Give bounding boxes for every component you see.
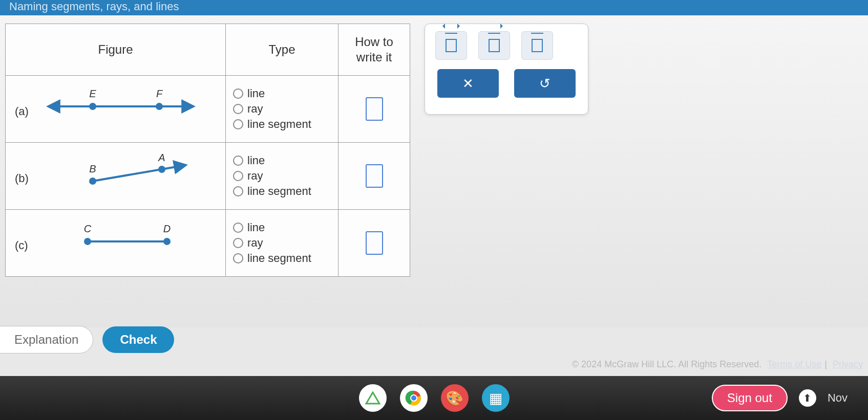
svg-point-18 [411,395,417,401]
notation-input-a[interactable] [366,97,383,121]
radio-segment-b[interactable]: line segment [233,185,331,198]
svg-marker-15 [366,392,379,404]
svg-text:C: C [83,223,91,234]
line-icon: E F [31,76,200,132]
radio-line-a[interactable]: line [233,87,331,100]
svg-text:A: A [158,152,165,163]
svg-text:E: E [89,88,96,99]
table-row: (c) C D line ray line segment [6,210,410,277]
row-label-c: (c) [15,239,28,252]
taskbar: 🎨 ▦ Sign out ⬆ Nov [0,376,868,420]
radio-line-c[interactable]: line [233,221,331,234]
header-write: How to write it [338,24,410,76]
radio-ray-a[interactable]: ray [233,102,331,116]
svg-point-7 [158,166,165,173]
radio-segment-a[interactable]: line segment [233,118,331,131]
row-label-a: (a) [15,105,29,118]
svg-point-6 [89,178,96,185]
clock-text: Nov [828,391,848,405]
header-figure: Figure [6,24,226,76]
notation-segment-button[interactable] [521,31,553,60]
paint-icon[interactable]: 🎨 [441,384,469,412]
segment-icon: C D [31,210,200,266]
undo-icon: ↺ [539,76,551,92]
notation-input-c[interactable] [366,231,383,255]
privacy-link[interactable]: Privacy [833,359,863,369]
radio-ray-c[interactable]: ray [233,236,331,250]
svg-text:B: B [89,163,96,174]
check-button[interactable]: Check [102,326,174,353]
close-icon: ✕ [462,76,474,92]
notation-ray-button[interactable] [478,31,510,60]
chrome-icon[interactable] [400,384,428,412]
terms-link[interactable]: Terms of Use [767,359,821,369]
figure-c: (c) C D [6,210,225,276]
sign-out-button[interactable]: Sign out [712,385,788,411]
notation-input-b[interactable] [366,164,383,188]
figure-a: (a) [6,76,225,142]
explanation-button[interactable]: Explanation [0,326,93,353]
svg-point-1 [89,103,96,110]
notation-line-button[interactable] [435,31,467,60]
content-area: Figure Type How to write it (a) [0,15,868,327]
table-row: (b) B A line ray line segment [6,143,410,210]
copyright-text: © 2024 McGraw Hill LLC. All Rights Reser… [572,359,761,369]
reset-button[interactable]: ↺ [514,69,576,98]
drive-icon[interactable] [359,384,387,412]
svg-text:F: F [156,88,163,99]
question-table: Figure Type How to write it (a) [5,24,410,277]
ray-icon: B A [31,143,200,199]
app-icon[interactable]: ▦ [482,384,510,412]
radio-line-b[interactable]: line [233,154,331,167]
notation-palette: ✕ ↺ [425,24,588,115]
page-title-bar: Naming segments, rays, and lines [0,0,868,15]
radio-ray-b[interactable]: ray [233,169,331,183]
clear-button[interactable]: ✕ [437,69,499,98]
row-label-b: (b) [15,172,29,185]
svg-text:D: D [163,223,170,234]
footer-legal: © 2024 McGraw Hill LLC. All Rights Reser… [572,359,866,370]
up-arrow-icon[interactable]: ⬆ [799,389,816,407]
svg-point-11 [84,238,91,245]
bottom-bar: Explanation Check [0,326,868,353]
page-title: Naming segments, rays, and lines [9,0,179,13]
radio-segment-c[interactable]: line segment [233,252,331,265]
table-row: (a) [6,76,410,143]
svg-point-12 [163,238,171,245]
header-type: Type [226,24,338,76]
svg-point-2 [156,103,163,110]
svg-line-5 [93,166,182,181]
figure-b: (b) B A [6,143,225,209]
